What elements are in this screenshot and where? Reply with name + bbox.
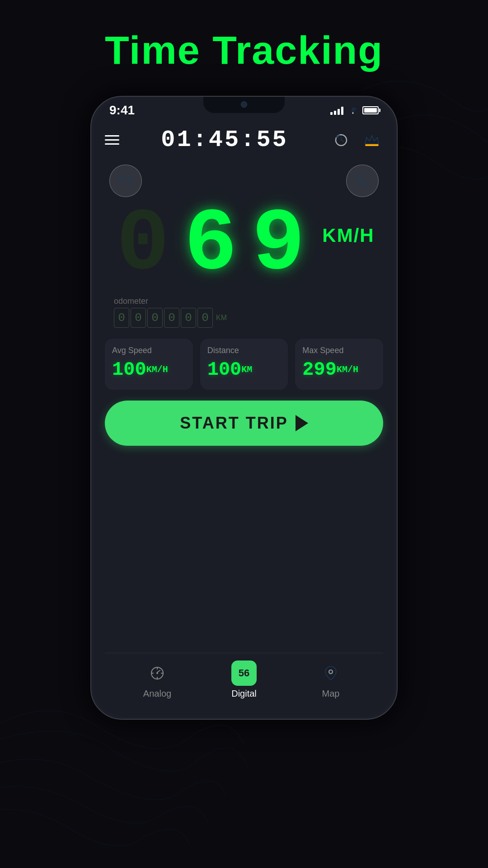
phone-notch [203, 97, 285, 113]
speed-digit-2-char: 9 [252, 201, 305, 289]
signal-bar-2 [334, 111, 336, 115]
svg-line-9 [157, 670, 160, 672]
stats-row: Avg Speed 100KM/H Distance 100KM Max Spe… [105, 339, 383, 390]
control-buttons [105, 165, 383, 197]
speed-digit-0-char: 0 [117, 201, 169, 289]
menu-button[interactable] [105, 135, 119, 145]
odo-digit-2: 0 [147, 308, 163, 328]
odo-digit-1: 0 [131, 308, 146, 328]
analog-nav-label: Analog [143, 689, 171, 699]
avg-speed-label: Avg Speed [112, 346, 152, 355]
max-speed-unit: KM/H [337, 364, 358, 375]
history-button[interactable] [330, 129, 352, 151]
page-title: Time Tracking [105, 27, 383, 73]
rotate-button[interactable] [109, 165, 142, 197]
map-nav-icon [318, 660, 343, 686]
distance-label: Distance [207, 346, 239, 355]
phone-content: 01:45:55 [91, 118, 397, 717]
premium-button[interactable] [361, 129, 383, 151]
speed-digit-1-char: 6 [184, 201, 237, 289]
speed-display: 0 6 9 KM/H [113, 188, 374, 301]
odo-digit-5: 0 [197, 308, 213, 328]
nav-analog[interactable]: Analog [135, 660, 180, 699]
stat-card-max-speed: Max Speed 299KM/H [295, 339, 383, 390]
svg-point-0 [352, 113, 354, 114]
stat-card-avg-speed: Avg Speed 100KM/H [105, 339, 193, 390]
speed-unit: KM/H [322, 225, 374, 246]
nav-map[interactable]: Map [308, 660, 353, 699]
avg-speed-value: 100KM/H [112, 359, 168, 381]
speed-digit-2: 9 [249, 197, 308, 292]
reset-button[interactable] [346, 165, 379, 197]
odometer-section: odometer 0 0 0 0 0 0 KM [105, 297, 383, 328]
odo-unit: KM [216, 314, 227, 322]
odometer-label: odometer [114, 297, 383, 306]
app-header: 01:45:55 [105, 122, 383, 160]
phone-frame: 9:41 [90, 96, 398, 720]
odometer-display: 0 0 0 0 0 0 KM [114, 308, 383, 328]
play-icon [296, 415, 308, 431]
nav-digital[interactable]: 56 Digital [221, 660, 267, 699]
start-trip-label: START TRIP [180, 414, 288, 433]
signal-bars [330, 106, 343, 115]
menu-line-2 [105, 139, 119, 141]
signal-bar-1 [330, 112, 333, 115]
avg-speed-unit: KM/H [146, 364, 168, 375]
app-timer: 01:45:55 [161, 127, 288, 153]
odo-digit-4: 0 [181, 308, 196, 328]
analog-nav-icon [145, 660, 170, 686]
signal-bar-3 [338, 109, 340, 115]
speed-digit-1: 6 [181, 197, 240, 292]
menu-line-1 [105, 135, 119, 137]
menu-line-3 [105, 143, 119, 145]
map-nav-label: Map [322, 689, 340, 699]
battery-icon [362, 106, 379, 114]
digital-nav-icon: 56 [231, 660, 257, 686]
battery-fill [364, 108, 377, 113]
speed-digit-0: 0 [113, 197, 172, 292]
distance-unit: KM [241, 364, 252, 375]
odo-digit-0: 0 [114, 308, 129, 328]
bottom-nav: Analog 56 Digital Map [105, 653, 383, 708]
wifi-icon [348, 107, 358, 114]
digital-nav-label: Digital [231, 689, 257, 699]
odo-digit-3: 0 [164, 308, 179, 328]
svg-point-10 [329, 670, 333, 674]
speedometer-area: 0 6 9 KM/H odometer 0 0 0 0 [105, 160, 383, 653]
start-trip-button[interactable]: START TRIP [105, 401, 383, 446]
header-icons [330, 129, 383, 151]
stat-card-distance: Distance 100KM [200, 339, 288, 390]
front-camera [241, 101, 247, 108]
status-icons [330, 106, 379, 115]
max-speed-value: 299KM/H [302, 359, 358, 381]
status-time: 9:41 [109, 103, 135, 118]
distance-value: 100KM [207, 359, 253, 381]
signal-bar-4 [341, 107, 343, 115]
max-speed-label: Max Speed [302, 346, 343, 355]
svg-rect-2 [365, 144, 379, 146]
